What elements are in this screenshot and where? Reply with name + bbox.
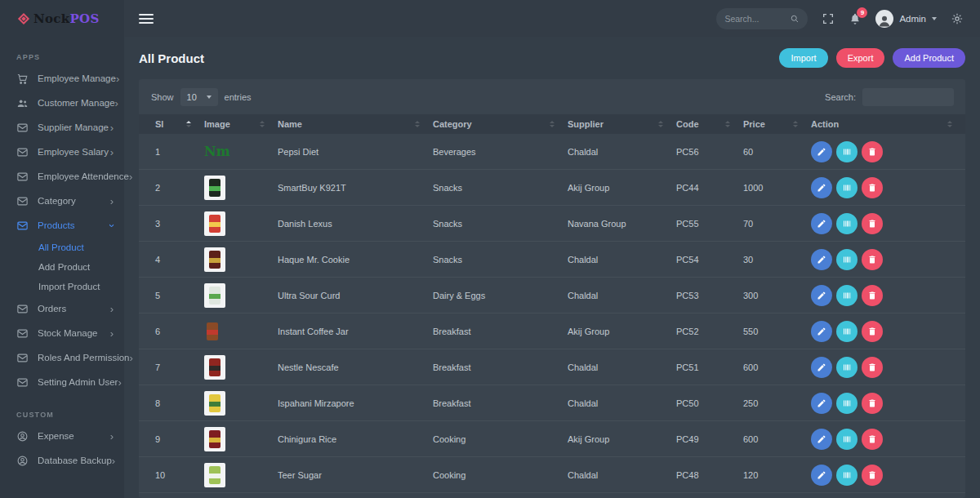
- topbar-search: [716, 8, 808, 29]
- edit-button[interactable]: [811, 177, 832, 198]
- sidebar-item-setting-admin-user[interactable]: Setting Admin User›: [0, 370, 124, 394]
- page-actions: ImportExportAdd Product: [779, 48, 965, 68]
- column-header-action[interactable]: Action: [811, 114, 965, 134]
- trash-icon: [867, 327, 877, 336]
- barcode-button[interactable]: [836, 249, 858, 270]
- category-cell: Breakfast: [433, 327, 568, 336]
- delete-button[interactable]: [862, 321, 883, 342]
- delete-button[interactable]: [862, 429, 883, 450]
- chevron-right-icon: ›: [116, 73, 119, 84]
- column-header-supplier[interactable]: Supplier: [568, 114, 676, 134]
- barcode-button[interactable]: [836, 393, 858, 414]
- price-cell: 600: [743, 362, 811, 372]
- barcode-button[interactable]: [836, 177, 858, 198]
- action-cell: [811, 357, 965, 378]
- column-label: Price: [743, 119, 765, 129]
- import-button[interactable]: Import: [779, 48, 827, 68]
- edit-button[interactable]: [811, 285, 832, 306]
- entries-select[interactable]: 10: [180, 88, 218, 106]
- hamburger-menu-icon[interactable]: [139, 11, 154, 26]
- edit-button[interactable]: [811, 213, 832, 234]
- product-image: [204, 176, 225, 200]
- edit-button[interactable]: [811, 393, 832, 414]
- column-header-image[interactable]: Image: [204, 114, 278, 134]
- column-header-sl[interactable]: Sl: [155, 114, 204, 134]
- sidebar-subitem-all-product[interactable]: All Product: [0, 238, 124, 257]
- export-button[interactable]: Export: [836, 48, 885, 68]
- category-cell: Cooking: [433, 434, 568, 444]
- barcode-button[interactable]: [836, 429, 858, 450]
- column-header-name[interactable]: Name: [278, 114, 433, 134]
- code-cell: PC53: [676, 291, 743, 300]
- notifications-bell-icon[interactable]: 9: [849, 12, 862, 25]
- edit-button[interactable]: [811, 357, 832, 378]
- sidebar-item-roles-and-permission[interactable]: Roles And Permission›: [0, 345, 124, 370]
- sidebar-item-employee-manage[interactable]: Employee Manage›: [0, 66, 124, 91]
- category-cell: Beverages: [433, 147, 568, 157]
- edit-button[interactable]: [811, 465, 832, 486]
- sl-cell: 3: [155, 219, 204, 229]
- brand-logo[interactable]: NockPOS: [0, 0, 124, 37]
- trash-icon: [867, 291, 877, 300]
- delete-button[interactable]: [862, 141, 883, 162]
- sidebar-item-supplier-manage[interactable]: Supplier Manage›: [0, 115, 124, 140]
- edit-button[interactable]: [811, 321, 832, 342]
- sidebar-subitem-import-product[interactable]: Import Product: [0, 277, 124, 296]
- barcode-icon: [842, 219, 852, 229]
- barcode-button[interactable]: [836, 321, 858, 342]
- delete-button[interactable]: [862, 357, 883, 378]
- sort-icon: [725, 121, 730, 127]
- barcode-button[interactable]: [836, 285, 858, 306]
- delete-button[interactable]: [862, 465, 883, 486]
- barcode-button[interactable]: [836, 141, 858, 162]
- sidebar-item-customer-manage[interactable]: Customer Manage›: [0, 91, 124, 115]
- sidebar-item-label: Products: [38, 220, 110, 230]
- edit-button[interactable]: [811, 141, 832, 162]
- topbar-search-input[interactable]: [724, 14, 790, 24]
- category-cell: Breakfast: [433, 362, 568, 372]
- delete-button[interactable]: [862, 249, 883, 270]
- settings-gear-icon[interactable]: [951, 12, 964, 25]
- edit-button[interactable]: [811, 429, 832, 450]
- pencil-icon: [817, 219, 826, 229]
- delete-button[interactable]: [862, 393, 883, 414]
- sort-icon: [415, 121, 420, 127]
- sidebar-subitem-add-product[interactable]: Add Product: [0, 257, 124, 277]
- delete-button[interactable]: [862, 285, 883, 306]
- sort-icon: [550, 121, 555, 127]
- barcode-button[interactable]: [836, 213, 858, 234]
- sidebar-item-orders[interactable]: Orders›: [0, 296, 124, 321]
- column-header-category[interactable]: Category: [433, 114, 568, 134]
- edit-button[interactable]: [811, 249, 832, 270]
- sidebar-item-employee-salary[interactable]: Employee Salary›: [0, 140, 124, 164]
- fullscreen-icon[interactable]: [822, 12, 835, 25]
- user-menu[interactable]: Admin: [875, 10, 937, 28]
- brand-name-primary: Nock: [33, 11, 69, 26]
- delete-button[interactable]: [862, 177, 883, 198]
- column-header-price[interactable]: Price: [743, 114, 811, 134]
- code-cell: PC44: [676, 183, 743, 193]
- sidebar-item-database-backup[interactable]: Database Backup›: [0, 448, 124, 473]
- table-row: 2SmartBuy K921TSnacksAkij GroupPC441000: [139, 170, 965, 206]
- image-cell: [204, 247, 278, 272]
- table-search-input[interactable]: [862, 88, 954, 106]
- brand-diamond-icon: [18, 12, 29, 24]
- barcode-icon: [842, 147, 852, 157]
- search-icon[interactable]: [790, 14, 800, 24]
- barcode-button[interactable]: [836, 357, 858, 378]
- sidebar-item-products[interactable]: Products›: [0, 213, 124, 238]
- trash-icon: [867, 219, 877, 229]
- chevron-right-icon: ›: [110, 196, 114, 207]
- image-cell: [204, 176, 278, 200]
- sidebar-item-category[interactable]: Category›: [0, 189, 124, 213]
- sidebar-item-expense[interactable]: Expense›: [0, 424, 124, 448]
- pencil-icon: [817, 470, 826, 480]
- add-product-button[interactable]: Add Product: [893, 48, 965, 68]
- name-cell: Danish Lexus: [278, 219, 433, 229]
- barcode-button[interactable]: [836, 465, 858, 486]
- sidebar-item-stock-manage[interactable]: Stock Manage›: [0, 321, 124, 345]
- code-cell: PC54: [676, 255, 743, 265]
- sidebar-item-employee-attendence[interactable]: Employee Attendence›: [0, 164, 124, 189]
- delete-button[interactable]: [862, 213, 883, 234]
- column-header-code[interactable]: Code: [676, 114, 743, 134]
